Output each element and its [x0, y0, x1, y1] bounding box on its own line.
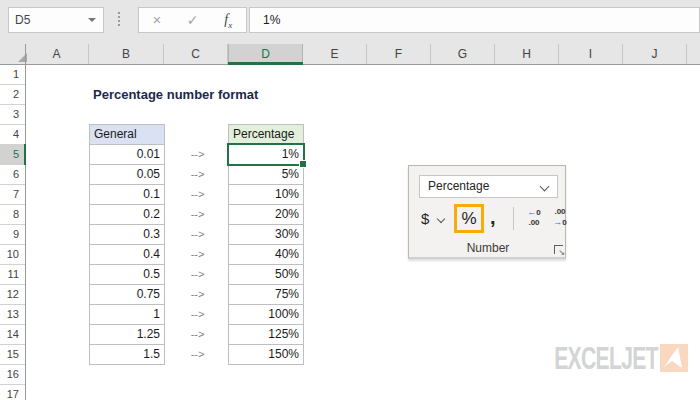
column-header-h[interactable]: H [495, 44, 559, 64]
cell-d8[interactable]: 20% [228, 205, 304, 225]
name-box-value: D5 [15, 13, 30, 27]
dialog-launcher-icon[interactable]: ↘ [554, 245, 563, 254]
row-header-8[interactable]: 8 [0, 205, 25, 225]
cell-d12[interactable]: 75% [228, 285, 304, 305]
exceljet-logo-icon [660, 344, 688, 372]
cell-b12[interactable]: 0.75 [89, 285, 165, 305]
cell-d11[interactable]: 50% [228, 265, 304, 285]
cell-c5[interactable]: --> [167, 144, 228, 164]
row-header-border [25, 44, 26, 400]
cell-c10[interactable]: --> [167, 244, 228, 264]
cell-b11[interactable]: 0.5 [89, 265, 165, 285]
formula-value: 1% [263, 13, 280, 27]
number-format-value: Percentage [428, 179, 489, 193]
general-column: General 0.01 0.05 0.1 0.2 0.3 0.4 0.5 0.… [89, 124, 165, 365]
cell-d6[interactable]: 5% [228, 165, 304, 185]
exceljet-logo-text: EXCELJET [552, 340, 658, 377]
cell-c11[interactable]: --> [167, 264, 228, 284]
cell-b15[interactable]: 1.5 [89, 345, 165, 365]
sheet-title[interactable]: Percentage number format [93, 85, 258, 105]
group-label: Number [409, 241, 567, 255]
cell-d7[interactable]: 10% [228, 185, 304, 205]
name-box[interactable]: D5 [8, 7, 104, 33]
number-format-dropdown[interactable]: Percentage [419, 175, 558, 198]
comma-style-button[interactable]: , [490, 204, 496, 230]
number-group-panel: Percentage $ % , ←0 .00 .00 →0 Number ↘ [408, 165, 566, 259]
cell-percentage-header[interactable]: Percentage [228, 125, 304, 145]
chevron-down-icon [540, 182, 550, 192]
cell-b8[interactable]: 0.2 [89, 205, 165, 225]
row-headers: 1 2 3 4 5 6 7 8 9 10 11 12 13 14 15 16 1… [0, 65, 25, 400]
cell-c15[interactable]: --> [167, 344, 228, 364]
cell-b9[interactable]: 0.3 [89, 225, 165, 245]
name-box-dropdown-icon[interactable] [88, 18, 96, 22]
cell-c7[interactable]: --> [167, 184, 228, 204]
percent-style-button[interactable]: % [454, 204, 484, 233]
row-header-3[interactable]: 3 [0, 105, 25, 125]
row-header-16[interactable]: 16 [0, 365, 25, 385]
decrease-decimal-button[interactable]: .00 →0 [548, 207, 572, 228]
row-header-13[interactable]: 13 [0, 305, 25, 325]
column-header-j[interactable]: J [623, 44, 687, 64]
formula-input[interactable]: 1% [249, 7, 700, 33]
enter-icon[interactable]: ✓ [175, 8, 211, 32]
row-header-7[interactable]: 7 [0, 185, 25, 205]
row-header-6[interactable]: 6 [0, 165, 25, 185]
selected-row-bar [24, 144, 26, 165]
cell-d5[interactable]: 1% [228, 145, 304, 165]
row-header-9[interactable]: 9 [0, 225, 25, 245]
cell-c9[interactable]: --> [167, 224, 228, 244]
row-header-5[interactable]: 5 [0, 145, 25, 165]
cell-d13[interactable]: 100% [228, 305, 304, 325]
cell-b13[interactable]: 1 [89, 305, 165, 325]
row-header-4[interactable]: 4 [0, 125, 25, 145]
row-header-17[interactable]: 17 [0, 385, 25, 400]
row-header-12[interactable]: 12 [0, 285, 25, 305]
cell-b5[interactable]: 0.01 [89, 145, 165, 165]
increase-decimal-button[interactable]: ←0 .00 [522, 207, 546, 228]
cell-b7[interactable]: 0.1 [89, 185, 165, 205]
column-header-f[interactable]: F [367, 44, 431, 64]
cell-c13[interactable]: --> [167, 304, 228, 324]
cancel-icon[interactable]: × [139, 8, 175, 32]
cell-d14[interactable]: 125% [228, 325, 304, 345]
cell-c8[interactable]: --> [167, 204, 228, 224]
column-header-e[interactable]: E [303, 44, 367, 64]
formula-bar-separator [118, 12, 120, 26]
row-header-1[interactable]: 1 [0, 65, 25, 85]
column-header-a[interactable]: A [25, 44, 89, 64]
arrow-column: --> --> --> --> --> --> --> --> --> --> … [167, 144, 228, 364]
panel-separator [513, 207, 514, 230]
cell-b10[interactable]: 0.4 [89, 245, 165, 265]
column-header-b[interactable]: B [89, 44, 164, 64]
column-header-c[interactable]: C [164, 44, 228, 64]
header-bottom-border [0, 64, 700, 65]
cell-general-header[interactable]: General [89, 125, 165, 145]
cell-c14[interactable]: --> [167, 324, 228, 344]
left-arrow-icon: ← [527, 207, 536, 217]
row-header-11[interactable]: 11 [0, 265, 25, 285]
insert-function-icon[interactable]: fx [210, 8, 246, 32]
accounting-format-button[interactable]: $ [421, 206, 429, 232]
row-header-2[interactable]: 2 [0, 85, 25, 105]
row-header-10[interactable]: 10 [0, 245, 25, 265]
formula-bar-buttons: × ✓ fx [138, 7, 247, 33]
row-header-15[interactable]: 15 [0, 345, 25, 365]
column-header-d[interactable]: D [228, 44, 303, 64]
percentage-column: Percentage 1% 5% 10% 20% 30% 40% 50% 75%… [228, 124, 304, 365]
cell-d9[interactable]: 30% [228, 225, 304, 245]
row-header-14[interactable]: 14 [0, 325, 25, 345]
right-arrow-icon: → [553, 217, 562, 227]
cell-b14[interactable]: 1.25 [89, 325, 165, 345]
cell-c12[interactable]: --> [167, 284, 228, 304]
cell-b6[interactable]: 0.05 [89, 165, 165, 185]
cell-c6[interactable]: --> [167, 164, 228, 184]
column-header-g[interactable]: G [431, 44, 495, 64]
column-header-i[interactable]: I [559, 44, 623, 64]
cell-d15[interactable]: 150% [228, 345, 304, 365]
cell-d10[interactable]: 40% [228, 245, 304, 265]
accounting-chevron-icon[interactable] [437, 215, 445, 223]
selected-column-underline [228, 62, 303, 65]
